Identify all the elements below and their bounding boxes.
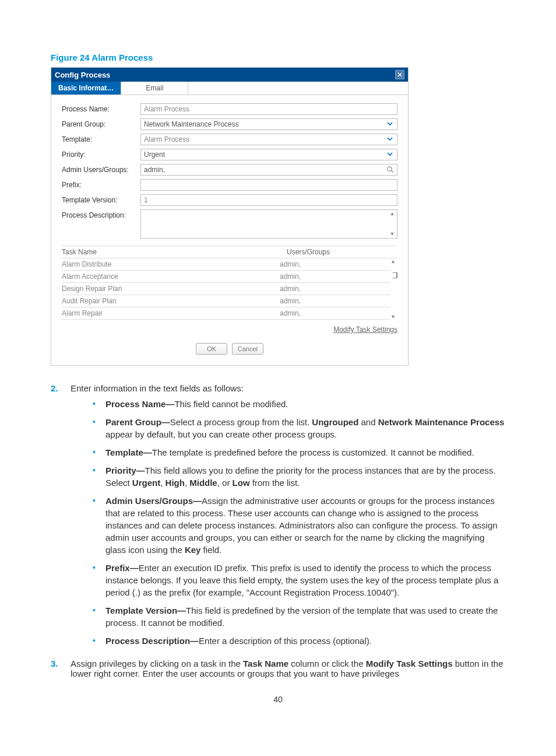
search-icon[interactable] xyxy=(386,166,395,174)
parent-group-select[interactable]: Network Maintenance Process xyxy=(140,118,397,130)
priority-label: Priority: xyxy=(62,149,140,159)
tab-email[interactable]: Email xyxy=(121,82,188,94)
bullet-priority: Priority—This field allows you to define… xyxy=(88,464,505,489)
table-header-users-groups: Users/Groups xyxy=(287,248,397,256)
scroll-marker-icon xyxy=(393,272,397,278)
prefix-label: Prefix: xyxy=(62,179,140,189)
chevron-down-icon[interactable] xyxy=(386,150,395,159)
template-version-label: Template Version: xyxy=(62,194,140,204)
chevron-down-icon[interactable] xyxy=(386,120,395,128)
table-header-task-name: Task Name xyxy=(62,248,287,256)
step2-intro: Enter information in the text fields as … xyxy=(71,383,244,393)
cancel-button[interactable]: Cancel xyxy=(232,343,263,355)
template-label: Template: xyxy=(62,134,140,144)
textarea-scroll[interactable]: ▲ ▼ xyxy=(389,211,396,237)
triangle-up-icon[interactable]: ▲ xyxy=(389,211,396,216)
close-icon[interactable] xyxy=(395,70,404,79)
bullet-prefix: Prefix—Enter an execution ID prefix. Thi… xyxy=(88,562,505,598)
modify-task-settings-link[interactable]: Modify Task Settings xyxy=(51,323,408,340)
triangle-down-icon[interactable]: ▼ xyxy=(389,232,396,237)
bullet-process-description: Process Description—Enter a description … xyxy=(88,635,505,647)
bullet-template-version: Template Version—This field is predefine… xyxy=(88,604,505,629)
tabs: Basic Informat… Email xyxy=(51,82,408,95)
svg-point-0 xyxy=(388,167,392,171)
dialog-titlebar: Config Process xyxy=(51,68,408,82)
step3-text: Assign privileges by clicking on a task … xyxy=(71,659,505,678)
chevron-down-icon[interactable] xyxy=(386,135,395,144)
table-row[interactable]: Design Repair Plan admin, xyxy=(62,283,390,295)
table-scrollbar[interactable]: ▲ ▼ xyxy=(390,258,397,320)
step-number: 2. xyxy=(51,383,71,653)
admin-users-label: Admin Users/Groups: xyxy=(62,164,140,174)
process-name-label: Process Name: xyxy=(62,103,140,113)
priority-select[interactable]: Urgent xyxy=(140,149,397,160)
tab-basic-information[interactable]: Basic Informat… xyxy=(51,82,121,94)
table-row[interactable]: Alarm Distribute admin, xyxy=(62,258,390,271)
bullet-template: Template—The template is predefined befo… xyxy=(88,446,505,459)
admin-users-input[interactable]: admin, xyxy=(140,164,397,176)
ok-button[interactable]: OK xyxy=(196,343,227,355)
figure-caption: Figure 24 Alarm Process xyxy=(51,52,505,62)
bullet-admin-users-groups: Admin Users/Groups—Assign the administra… xyxy=(88,495,505,556)
table-row[interactable]: Audit Repair Plan admin, xyxy=(62,295,390,307)
table-row[interactable]: Alarm Repair admin, xyxy=(62,307,390,320)
prefix-input[interactable] xyxy=(140,179,397,191)
page-number: 40 xyxy=(51,695,505,704)
bullet-parent-group: Parent Group—Select a process group from… xyxy=(88,416,505,440)
triangle-up-icon[interactable]: ▲ xyxy=(390,258,396,264)
triangle-down-icon[interactable]: ▼ xyxy=(390,314,396,320)
template-select[interactable]: Alarm Process xyxy=(140,134,397,145)
bullet-process-name: Process Name—This field cannot be modifi… xyxy=(88,398,505,410)
process-description-label: Process Description: xyxy=(62,209,140,219)
table-row[interactable]: Alarm Acceptance admin, xyxy=(62,271,390,283)
parent-group-label: Parent Group: xyxy=(62,118,140,128)
body-text: 2. Enter information in the text fields … xyxy=(51,383,505,678)
task-table: Task Name Users/Groups Alarm Distribute … xyxy=(51,246,408,323)
process-description-textarea[interactable]: ▲ ▼ xyxy=(140,209,397,239)
template-version-input[interactable]: 1 xyxy=(140,194,397,206)
config-process-dialog: Config Process Basic Informat… Email Pro… xyxy=(51,67,409,366)
process-name-input[interactable]: Alarm Process xyxy=(140,103,397,115)
dialog-title: Config Process xyxy=(55,71,110,79)
step-number: 3. xyxy=(51,659,71,678)
